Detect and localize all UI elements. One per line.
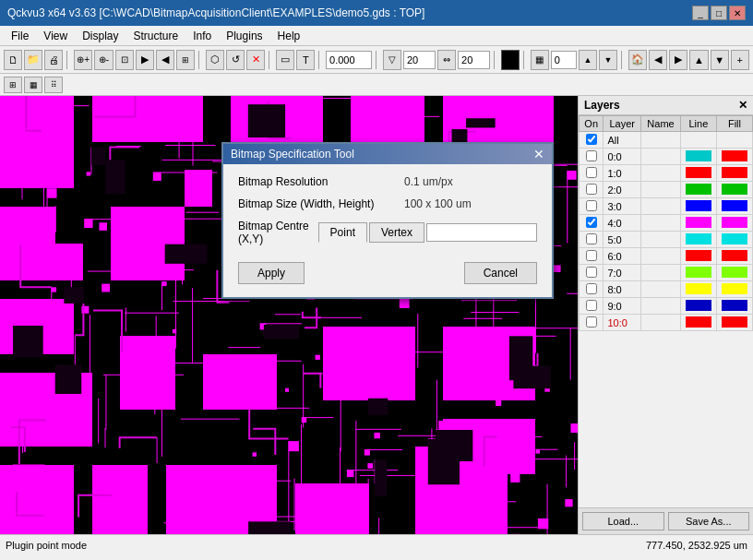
plus-btn[interactable]: +	[731, 50, 749, 70]
layer-fill-cell[interactable]	[716, 281, 752, 298]
layer-checkbox[interactable]	[586, 150, 597, 161]
layers-close-button[interactable]: ✕	[738, 99, 747, 112]
arrow-right-btn[interactable]: ▶	[669, 50, 687, 70]
menu-help[interactable]: Help	[270, 28, 308, 44]
zoom-in-btn[interactable]: ⊕+	[74, 50, 92, 70]
zoom-out-btn[interactable]: ⊕-	[94, 50, 113, 70]
menu-display[interactable]: Display	[75, 28, 126, 44]
layer-fill-cell[interactable]	[716, 132, 752, 149]
zoom-fit-btn[interactable]: ⊡	[115, 50, 134, 70]
layer-line-cell[interactable]	[680, 248, 716, 265]
stop-btn[interactable]: ✕	[246, 50, 265, 70]
layer-line-cell[interactable]	[680, 182, 716, 198]
layer-fill-cell[interactable]	[716, 232, 752, 248]
title-bar: Qckvu3 x64 v3.63 [C:\WCAD\BitmapAcquisit…	[0, 0, 753, 26]
open-button[interactable]: 📁	[24, 50, 42, 70]
layer-fill-cell[interactable]	[716, 198, 752, 215]
minimize-button[interactable]: _	[692, 6, 709, 20]
num-input-btn[interactable]: ▦	[531, 50, 549, 70]
layer-checkbox[interactable]	[586, 184, 597, 195]
layer-checkbox[interactable]	[586, 167, 597, 178]
dots-btn[interactable]: ⠿	[44, 77, 63, 93]
print-button[interactable]: 🖨	[44, 50, 63, 70]
num-down-btn[interactable]: ▼	[599, 50, 617, 70]
centre-input[interactable]	[426, 223, 537, 242]
dialog-title-bar[interactable]: Bitmap Specification Tool ✕	[223, 144, 552, 164]
num-up-btn[interactable]: ▲	[579, 50, 597, 70]
layer-fill-cell[interactable]	[716, 265, 752, 281]
menu-file[interactable]: File	[4, 28, 36, 44]
layer-fill-cell[interactable]	[716, 315, 752, 331]
layer-line-cell[interactable]	[680, 265, 716, 281]
pan-btn[interactable]: ▶	[136, 50, 154, 70]
maximize-button[interactable]: □	[711, 6, 727, 20]
new-button[interactable]: 🗋	[4, 50, 22, 70]
canvas-area[interactable]: Bitmap Specification Tool ✕ Bitmap Resol…	[0, 96, 578, 534]
menu-view[interactable]: View	[36, 28, 75, 44]
layer-line-cell[interactable]	[680, 298, 716, 315]
home-btn[interactable]: 🏠	[628, 50, 647, 70]
window-controls: _ □ ✕	[692, 6, 746, 20]
layer-line-cell[interactable]	[680, 198, 716, 215]
layer-btn[interactable]: ⬡	[206, 50, 224, 70]
layer-line-cell[interactable]	[680, 232, 716, 248]
color-btn[interactable]	[501, 50, 520, 70]
center-btn[interactable]: ⊞	[176, 50, 195, 70]
layer-checkbox[interactable]	[586, 217, 597, 228]
line-color-swatch	[686, 184, 711, 195]
layer-line-cell[interactable]	[680, 132, 716, 149]
sep-4	[318, 51, 322, 69]
layer-line-cell[interactable]	[680, 281, 716, 298]
text-btn[interactable]: T	[296, 50, 315, 70]
filter-btn[interactable]: ▽	[383, 50, 401, 70]
layer-checkbox[interactable]	[586, 300, 597, 311]
layer-fill-cell[interactable]	[716, 165, 752, 182]
vertex-button[interactable]: Vertex	[369, 222, 424, 243]
fill-color-swatch	[722, 267, 747, 278]
layer-line-cell[interactable]	[680, 215, 716, 232]
layer-on-cell	[580, 248, 604, 265]
snap-x-input[interactable]: 20	[403, 51, 436, 69]
layer-fill-cell[interactable]	[716, 248, 752, 265]
layer-checkbox[interactable]	[586, 134, 597, 145]
coord-input[interactable]: 0.000	[326, 51, 372, 69]
layer-checkbox[interactable]	[586, 316, 597, 328]
number-field[interactable]	[551, 51, 577, 69]
status-mode: Plugin point mode	[6, 540, 87, 551]
layer-checkbox[interactable]	[586, 200, 597, 211]
save-as-button[interactable]: Save As...	[668, 512, 750, 530]
snap-y-input[interactable]: 20	[458, 51, 490, 69]
menu-plugins[interactable]: Plugins	[219, 28, 269, 44]
refresh-btn[interactable]: ↺	[226, 50, 245, 70]
grid2-btn[interactable]: ▦	[24, 77, 42, 93]
grid-btn[interactable]: ⊞	[4, 77, 22, 93]
snap-link-btn[interactable]: ⇔	[437, 50, 456, 70]
arrow-up-btn[interactable]: ▲	[689, 50, 708, 70]
layer-checkbox[interactable]	[586, 233, 597, 244]
layer-fill-cell[interactable]	[716, 298, 752, 315]
layer-line-cell[interactable]	[680, 315, 716, 331]
layer-line-cell[interactable]	[680, 149, 716, 165]
layer-line-cell[interactable]	[680, 165, 716, 182]
dialog-close-button[interactable]: ✕	[533, 148, 544, 161]
rect-btn[interactable]: ▭	[276, 50, 294, 70]
load-button[interactable]: Load...	[582, 512, 664, 530]
apply-button[interactable]: Apply	[238, 262, 305, 284]
cancel-button[interactable]: Cancel	[464, 262, 537, 284]
pan-back-btn[interactable]: ◀	[156, 50, 174, 70]
menu-structure[interactable]: Structure	[126, 28, 186, 44]
close-button[interactable]: ✕	[729, 6, 746, 20]
layer-checkbox[interactable]	[586, 267, 597, 278]
layer-checkbox[interactable]	[586, 283, 597, 294]
layer-fill-cell[interactable]	[716, 182, 752, 198]
arrow-left-btn[interactable]: ◀	[649, 50, 667, 70]
layer-fill-cell[interactable]	[716, 149, 752, 165]
menu-info[interactable]: Info	[185, 28, 219, 44]
layer-checkbox[interactable]	[586, 250, 597, 261]
sep-6	[494, 51, 497, 69]
dialog-title-text: Bitmap Specification Tool	[231, 148, 354, 161]
layer-fill-cell[interactable]	[716, 215, 752, 232]
arrow-down-btn[interactable]: ▼	[711, 50, 729, 70]
line-color-swatch	[686, 316, 711, 328]
point-button[interactable]: Point	[318, 222, 367, 243]
